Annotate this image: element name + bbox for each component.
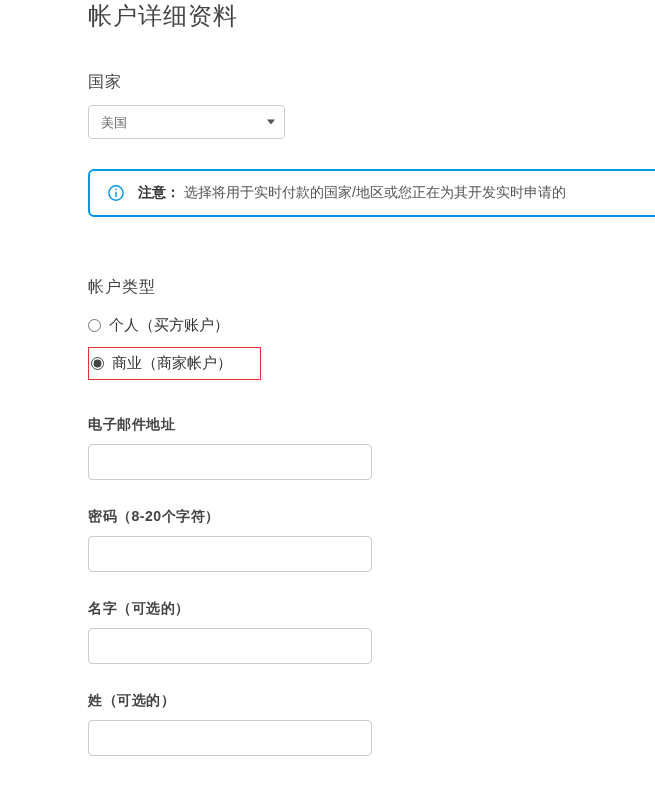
radio-business[interactable]: 商业（商家帐户）: [88, 347, 261, 380]
notice-box: 注意：选择将用于实时付款的国家/地区或您正在为其开发实时申请的: [88, 169, 655, 217]
info-icon: [106, 183, 126, 203]
radio-personal-input[interactable]: [88, 319, 101, 332]
notice-body: 选择将用于实时付款的国家/地区或您正在为其开发实时申请的: [184, 184, 566, 200]
first-name-label: 名字（可选的）: [88, 600, 655, 618]
password-field[interactable]: [88, 536, 372, 572]
radio-business-input[interactable]: [91, 357, 104, 370]
svg-point-2: [115, 189, 117, 191]
password-label: 密码（8-20个字符）: [88, 508, 655, 526]
country-label: 国家: [88, 72, 655, 93]
radio-personal-label: 个人（买方账户）: [109, 316, 229, 335]
last-name-field[interactable]: [88, 720, 372, 756]
notice-label: 注意：: [138, 184, 180, 200]
country-select[interactable]: 美国: [88, 105, 285, 139]
email-label: 电子邮件地址: [88, 416, 655, 434]
notice-text: 注意：选择将用于实时付款的国家/地区或您正在为其开发实时申请的: [138, 184, 566, 202]
page-title: 帐户详细资料: [88, 0, 655, 32]
radio-personal[interactable]: 个人（买方账户）: [88, 312, 237, 339]
last-name-label: 姓（可选的）: [88, 692, 655, 710]
account-type-label: 帐户类型: [88, 277, 655, 298]
radio-business-label: 商业（商家帐户）: [112, 354, 232, 373]
email-field[interactable]: [88, 444, 372, 480]
first-name-field[interactable]: [88, 628, 372, 664]
